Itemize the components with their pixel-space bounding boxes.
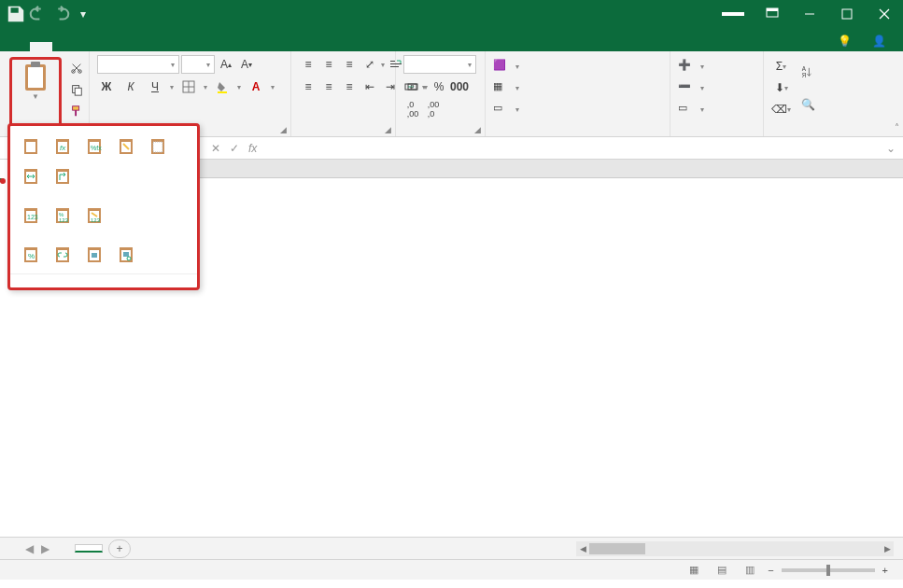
paste-option-values[interactable]: 123 [18, 203, 46, 229]
formula-input[interactable] [268, 139, 879, 158]
collapse-ribbon-icon[interactable]: ˄ [895, 122, 899, 133]
dialog-launcher-icon[interactable]: ◢ [280, 125, 287, 134]
tab-developer[interactable] [187, 42, 209, 51]
sheet-nav-prev-icon[interactable]: ◀ [25, 542, 34, 555]
zoom-in-button[interactable]: + [882, 565, 888, 576]
autosum-icon[interactable]: Σ ▾ [771, 57, 791, 76]
insert-cells-button[interactable]: ➕▾ [678, 57, 755, 76]
paste-option-transpose[interactable] [49, 163, 78, 189]
decrease-indent-icon[interactable]: ⇤ [360, 77, 379, 96]
tab-file[interactable] [0, 42, 30, 51]
tellme-button[interactable]: 💡 [832, 31, 861, 51]
decrease-decimal-icon[interactable]: ,00,0 [424, 100, 443, 119]
page-layout-view-icon[interactable]: ▤ [712, 562, 732, 579]
expand-fbar-icon[interactable]: ⌄ [879, 142, 903, 155]
paste-button[interactable]: ▼ [13, 61, 58, 101]
save-icon[interactable] [6, 4, 26, 24]
align-left-icon[interactable]: ≡ [299, 77, 317, 96]
undo-icon[interactable] [28, 4, 49, 24]
paste-option-no-borders[interactable] [145, 133, 173, 160]
redo-icon[interactable] [50, 4, 71, 24]
delete-cells-button[interactable]: ➖▾ [678, 78, 755, 97]
align-bottom-icon[interactable]: ≡ [340, 55, 359, 74]
comma-icon[interactable]: 000 [450, 77, 469, 96]
paste-option-formulas-number-fmt[interactable]: %fx [81, 133, 109, 160]
format-as-table-button[interactable]: ▦▾ [493, 78, 662, 97]
paste-option-keep-col-width[interactable] [18, 163, 46, 189]
font-color-icon[interactable]: A [247, 77, 265, 96]
zoom-slider[interactable] [782, 568, 875, 572]
tab-insert[interactable] [52, 42, 75, 51]
find-select-icon[interactable]: 🔍 [798, 90, 817, 119]
paste-option-formatting[interactable]: % [18, 242, 46, 268]
increase-font-icon[interactable]: A▴ [217, 55, 235, 74]
align-right-icon[interactable]: ≡ [340, 77, 359, 96]
font-name-combo[interactable]: ▾ [97, 55, 179, 74]
share-button[interactable]: 👤 [867, 31, 896, 51]
bold-button[interactable]: Ж [97, 77, 116, 96]
paste-option-linked-picture[interactable] [113, 242, 141, 268]
new-sheet-button[interactable]: + [108, 539, 131, 558]
paste-option-keep-source-fmt[interactable] [113, 133, 141, 160]
ribbon-options-icon[interactable] [754, 0, 791, 28]
sheet-nav-next-icon[interactable]: ▶ [41, 542, 49, 555]
fx-icon[interactable]: fx [248, 142, 257, 155]
normal-view-icon[interactable]: ▦ [684, 562, 704, 579]
zoom-out-button[interactable]: − [768, 565, 773, 576]
tab-home[interactable] [30, 42, 52, 51]
close-icon[interactable] [866, 0, 903, 28]
sheet-tab[interactable] [75, 544, 103, 553]
signin-button[interactable] [722, 12, 744, 16]
svg-text:123: 123 [27, 214, 38, 220]
cell-styles-button[interactable]: ▭▾ [493, 100, 662, 119]
paste-option-picture[interactable] [81, 242, 109, 268]
number-format-combo[interactable]: ▾ [403, 55, 476, 74]
tab-help[interactable] [209, 42, 232, 51]
share-icon: 👤 [872, 35, 886, 48]
svg-text:%fx: %fx [91, 145, 102, 151]
align-middle-icon[interactable]: ≡ [319, 55, 338, 74]
active-cell-highlight [0, 178, 6, 184]
cut-icon[interactable] [67, 59, 86, 77]
align-center-icon[interactable]: ≡ [319, 77, 338, 96]
minimize-icon[interactable] [791, 0, 828, 28]
tab-pagelayout[interactable] [75, 42, 97, 51]
conditional-formatting-button[interactable]: 🟪▾ [493, 57, 662, 76]
fill-icon[interactable]: ⬇ ▾ [771, 78, 791, 97]
sort-filter-icon[interactable]: AЯ [798, 57, 817, 87]
decrease-font-icon[interactable]: A▾ [237, 55, 256, 74]
paste-option-values-source-fmt[interactable]: 123 [81, 203, 109, 229]
dialog-launcher-icon[interactable]: ◢ [385, 125, 391, 134]
enter-icon[interactable]: ✓ [230, 142, 239, 155]
orientation-icon[interactable]: ⤢ [360, 55, 379, 74]
paste-special-menuitem[interactable] [10, 273, 197, 287]
italic-button[interactable]: К [121, 77, 140, 96]
qat-customize-icon[interactable]: ▾ [73, 4, 93, 24]
clear-icon[interactable]: ⌫ ▾ [771, 100, 791, 119]
fill-color-icon[interactable] [213, 77, 232, 96]
paste-option-link[interactable] [49, 242, 78, 268]
increase-decimal-icon[interactable]: ,0,00 [403, 100, 422, 119]
format-cells-button[interactable]: ▭▾ [678, 100, 755, 119]
tab-data[interactable] [120, 42, 142, 51]
format-painter-icon[interactable] [67, 102, 86, 120]
accounting-icon[interactable]: ₽ [403, 77, 422, 96]
horizontal-scrollbar[interactable]: ◀▶ [576, 541, 894, 556]
copy-icon[interactable] [67, 80, 86, 99]
dialog-launcher-icon[interactable]: ◢ [474, 125, 481, 134]
cancel-icon[interactable]: ✕ [211, 142, 220, 155]
paste-option-values-number-fmt[interactable]: %123 [49, 203, 78, 229]
underline-button[interactable]: Ч [146, 77, 164, 96]
svg-rect-29 [26, 142, 35, 152]
align-top-icon[interactable]: ≡ [299, 55, 317, 74]
tab-review[interactable] [142, 42, 164, 51]
borders-icon[interactable] [179, 77, 198, 96]
paste-option-all[interactable] [18, 133, 46, 160]
maximize-icon[interactable] [828, 0, 866, 28]
tab-view[interactable] [164, 42, 187, 51]
percent-icon[interactable]: % [430, 77, 448, 96]
font-size-combo[interactable]: ▾ [181, 55, 215, 74]
tab-formulas[interactable] [97, 42, 120, 51]
page-break-view-icon[interactable]: ▥ [740, 562, 760, 579]
paste-option-formulas[interactable]: fx [49, 133, 78, 160]
